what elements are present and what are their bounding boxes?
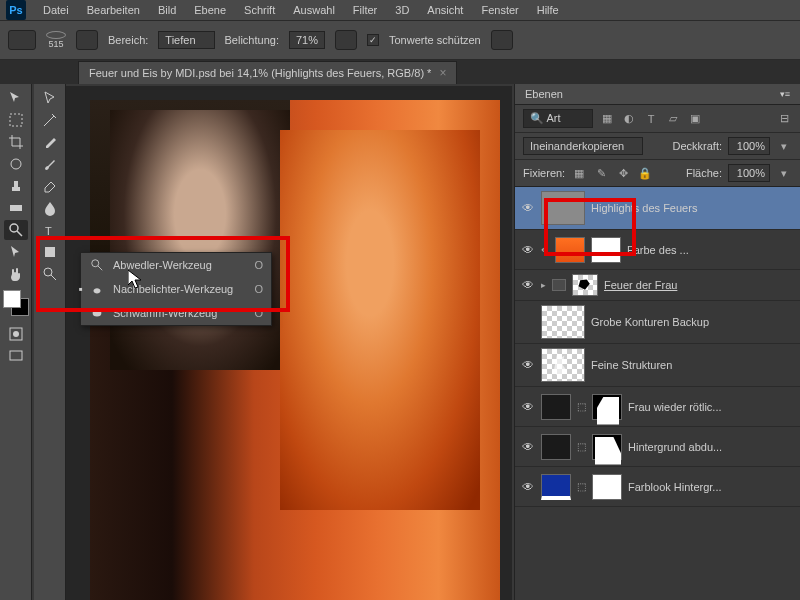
layer-mask-thumbnail[interactable] xyxy=(592,394,622,420)
layer-thumbnail[interactable] xyxy=(541,348,585,382)
protect-tones-checkbox[interactable]: ✓ xyxy=(367,34,379,46)
exposure-value[interactable]: 71% xyxy=(289,31,325,49)
path-select-tool-icon[interactable] xyxy=(4,242,28,262)
spot-heal-tool-icon[interactable] xyxy=(4,154,28,174)
quickmask-icon[interactable] xyxy=(4,324,28,344)
shape-tool-icon[interactable] xyxy=(38,242,62,262)
blur-tool-icon[interactable] xyxy=(38,198,62,218)
color-swatches[interactable] xyxy=(3,290,29,316)
flyout-dodge-tool[interactable]: Abwedler-Werkzeug O xyxy=(81,253,271,277)
layer-name[interactable]: Feuer der Frau xyxy=(604,279,794,291)
layer-name[interactable]: Farbe des ... xyxy=(627,244,794,256)
eraser-tool-icon[interactable] xyxy=(38,176,62,196)
menu-type[interactable]: Schrift xyxy=(235,1,284,19)
layer-name[interactable]: Hintergrund abdu... xyxy=(628,441,794,453)
layer-mask-thumbnail[interactable] xyxy=(592,434,622,460)
crop-tool-icon[interactable] xyxy=(4,132,28,152)
range-select[interactable]: Tiefen xyxy=(158,31,214,49)
layer-row[interactable]: 👁 Feine Strukturen xyxy=(515,344,800,387)
menu-select[interactable]: Auswahl xyxy=(284,1,344,19)
move-tool-icon[interactable] xyxy=(4,88,28,108)
menu-filter[interactable]: Filter xyxy=(344,1,386,19)
layer-row[interactable]: 👁 ↵ Farbe des ... xyxy=(515,230,800,270)
visibility-toggle-icon[interactable]: 👁 xyxy=(521,243,535,257)
layer-row[interactable]: Grobe Konturen Backup xyxy=(515,301,800,344)
document-tab[interactable]: Feuer und Eis by MDI.psd bei 14,1% (High… xyxy=(78,61,457,84)
menu-3d[interactable]: 3D xyxy=(386,1,418,19)
layer-thumbnail[interactable] xyxy=(541,191,585,225)
layer-name[interactable]: Farblook Hintergr... xyxy=(628,481,794,493)
gradient-tool-icon[interactable] xyxy=(4,198,28,218)
stamp-tool-icon[interactable] xyxy=(4,176,28,196)
layer-name[interactable]: Feine Strukturen xyxy=(591,359,794,371)
visibility-toggle-icon[interactable]: 👁 xyxy=(521,278,535,292)
flyout-sponge-tool[interactable]: Schwamm-Werkzeug O xyxy=(81,301,271,325)
visibility-toggle-icon[interactable]: 👁 xyxy=(521,480,535,494)
visibility-toggle-icon[interactable]: 👁 xyxy=(521,440,535,454)
menu-edit[interactable]: Bearbeiten xyxy=(78,1,149,19)
visibility-toggle-icon[interactable]: 👁 xyxy=(521,201,535,215)
eyedropper-tool-icon[interactable] xyxy=(38,132,62,152)
layer-row[interactable]: 👁 Highlights des Feuers xyxy=(515,187,800,230)
layer-search[interactable]: 🔍 Art xyxy=(523,109,593,128)
layer-thumbnail[interactable] xyxy=(541,474,571,500)
airbrush-icon[interactable] xyxy=(335,30,357,50)
filter-toggle-icon[interactable]: ⊟ xyxy=(776,111,792,127)
visibility-toggle-icon[interactable] xyxy=(521,315,535,329)
lock-transparency-icon[interactable]: ▦ xyxy=(571,165,587,181)
layer-mask-thumbnail[interactable] xyxy=(572,274,598,296)
layer-row[interactable]: 👁 ▸ Feuer der Frau xyxy=(515,270,800,301)
filter-smart-icon[interactable]: ▣ xyxy=(687,111,703,127)
layer-thumbnail[interactable] xyxy=(541,305,585,339)
zoom-tool-icon[interactable] xyxy=(38,264,62,284)
layer-row[interactable]: 👁 ⬚ Frau wieder rötlic... xyxy=(515,387,800,427)
layer-row[interactable]: 👁 ⬚ Hintergrund abdu... xyxy=(515,427,800,467)
layer-thumbnail[interactable] xyxy=(541,394,571,420)
layer-name[interactable]: Highlights des Feuers xyxy=(591,202,794,214)
close-tab-icon[interactable]: × xyxy=(439,66,446,80)
layer-name[interactable]: Frau wieder rötlic... xyxy=(628,401,794,413)
brush-panel-toggle-icon[interactable] xyxy=(76,30,98,50)
group-expand-icon[interactable]: ▸ xyxy=(541,280,546,290)
visibility-toggle-icon[interactable]: 👁 xyxy=(521,358,535,372)
lock-position-icon[interactable]: ✥ xyxy=(615,165,631,181)
flyout-burn-tool[interactable]: Nachbelichter-Werkzeug O xyxy=(81,277,271,301)
brush-tool-icon[interactable] xyxy=(38,154,62,174)
layer-name[interactable]: Grobe Konturen Backup xyxy=(591,316,794,328)
hand-tool-icon[interactable] xyxy=(4,264,28,284)
layer-thumbnail[interactable] xyxy=(555,237,585,263)
dodge-tool-icon[interactable] xyxy=(4,220,28,240)
menu-layer[interactable]: Ebene xyxy=(185,1,235,19)
marquee-tool-icon[interactable] xyxy=(4,110,28,130)
current-tool-icon[interactable] xyxy=(8,30,36,50)
blend-mode-select[interactable]: Ineinanderkopieren xyxy=(523,137,643,155)
layers-panel-tab[interactable]: Ebenen ▾≡ xyxy=(515,84,800,105)
filter-type-icon[interactable]: T xyxy=(643,111,659,127)
brush-preview-icon[interactable] xyxy=(46,31,66,39)
wand-tool-icon[interactable] xyxy=(38,110,62,130)
menu-help[interactable]: Hilfe xyxy=(528,1,568,19)
layer-mask-thumbnail[interactable] xyxy=(591,237,621,263)
fill-value[interactable]: 100% xyxy=(728,164,770,182)
menu-view[interactable]: Ansicht xyxy=(418,1,472,19)
panel-menu-icon[interactable]: ▾≡ xyxy=(780,89,790,99)
screenmode-icon[interactable] xyxy=(4,346,28,366)
visibility-toggle-icon[interactable]: 👁 xyxy=(521,400,535,414)
brush-size-value[interactable]: 515 xyxy=(48,39,63,49)
arrow-tool-icon[interactable] xyxy=(38,88,62,108)
type-tool-icon[interactable]: T xyxy=(38,220,62,240)
opacity-dropdown-icon[interactable]: ▾ xyxy=(776,138,792,154)
layer-row[interactable]: 👁 ⬚ Farblook Hintergr... xyxy=(515,467,800,507)
fill-dropdown-icon[interactable]: ▾ xyxy=(776,165,792,181)
layer-mask-thumbnail[interactable] xyxy=(592,474,622,500)
menu-file[interactable]: Datei xyxy=(34,1,78,19)
layer-thumbnail[interactable] xyxy=(541,434,571,460)
lock-pixels-icon[interactable]: ✎ xyxy=(593,165,609,181)
menu-window[interactable]: Fenster xyxy=(472,1,527,19)
menu-image[interactable]: Bild xyxy=(149,1,185,19)
opacity-value[interactable]: 100% xyxy=(728,137,770,155)
filter-shape-icon[interactable]: ▱ xyxy=(665,111,681,127)
filter-pixel-icon[interactable]: ▦ xyxy=(599,111,615,127)
lock-all-icon[interactable]: 🔒 xyxy=(637,165,653,181)
filter-adjust-icon[interactable]: ◐ xyxy=(621,111,637,127)
